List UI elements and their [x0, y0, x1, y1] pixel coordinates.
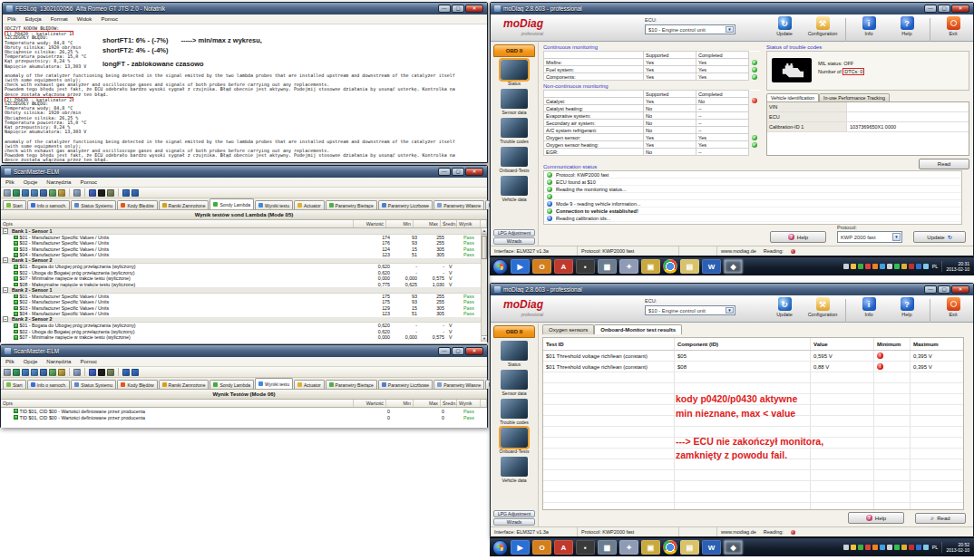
tray-icon-0[interactable] — [843, 545, 849, 550]
chevron-down-icon[interactable]: ▼ — [726, 26, 734, 33]
tab-wyniki-testu[interactable]: Wyniki testu — [255, 200, 293, 209]
flag-icon[interactable] — [89, 189, 96, 197]
tab-vehicle-identification[interactable]: Vehicle identification — [766, 93, 819, 101]
tab-parametry-liczbowe[interactable]: Parametry Liczbowe — [378, 200, 433, 209]
tab-parametry-bie-ce[interactable]: Parametry Bieżące — [326, 380, 377, 389]
tab-kody-b-d-w[interactable]: Kody Błędów — [117, 200, 157, 209]
maximize-button[interactable]: ▢ — [938, 5, 950, 13]
monitor-row[interactable]: A/C system refrigerant:No-- — [544, 127, 760, 134]
scanmaster-titlebar[interactable]: ScanMaster-ELM — ▢ ✕ — [1, 345, 487, 357]
column-header-test-id[interactable]: Test ID — [543, 338, 675, 350]
monitor-row[interactable]: Components:YesYes✓ — [544, 73, 760, 81]
tray-icon-4[interactable] — [872, 264, 878, 269]
button-wizads[interactable]: Wizads — [493, 518, 535, 526]
table-row[interactable]: $07 - Minimalne napięcie w trakcie testu… — [1, 334, 487, 341]
column-header-redn[interactable]: Średn. — [441, 220, 457, 227]
language-indicator[interactable]: PL — [930, 264, 940, 269]
help-icon[interactable] — [131, 189, 139, 197]
menu-item-plik[interactable]: Plik — [1, 359, 19, 364]
menu-item-edycja[interactable]: Edycja — [21, 16, 46, 22]
tray-icon-3[interactable] — [865, 264, 871, 269]
taskbar-icon-utility[interactable]: ✦ — [619, 259, 638, 274]
maximize-button[interactable]: ▢ — [452, 347, 464, 355]
taskbar-icon-gallery[interactable]: ▣ — [641, 540, 660, 555]
tab-start[interactable]: Start — [3, 380, 26, 389]
taskbar-icon-modiag-active[interactable]: ◆ — [724, 540, 743, 555]
column-header-component-id-[interactable]: Component (ID) — [675, 338, 811, 350]
column-header-min[interactable]: Min — [386, 220, 414, 227]
tab-oxygen-sensors[interactable]: Oxygen sensors — [542, 324, 594, 334]
collapse-icon[interactable]: − — [3, 257, 8, 263]
collapse-icon[interactable]: − — [3, 287, 8, 293]
tray-icon-11[interactable] — [923, 264, 929, 269]
tab-actuator[interactable]: Actuator — [294, 380, 325, 389]
tray-icon-7[interactable] — [894, 545, 900, 550]
menu-item-pomoc[interactable]: Pomoc — [96, 16, 122, 22]
language-indicator[interactable]: PL — [930, 545, 940, 550]
test-result-row[interactable]: $01 Threshold voltage rich/lean (constan… — [543, 362, 963, 372]
tray-icon-9[interactable] — [909, 545, 914, 550]
table-row[interactable]: $03 - Manufacturer Specific Values / Uni… — [1, 246, 487, 253]
tab-kody-b-d-w[interactable]: Kody Błędów — [117, 380, 157, 389]
info-icon[interactable] — [122, 369, 130, 376]
table-row[interactable]: $02 - Manufacturer Specific Values / Uni… — [1, 299, 487, 305]
help-button[interactable]: ?Help — [770, 231, 826, 243]
help-icon[interactable] — [131, 369, 139, 376]
tray-icon-0[interactable] — [843, 264, 849, 269]
table-row[interactable]: TID $01, CID $00 - Wartości definiowane … — [1, 408, 487, 414]
tab-status-systemu[interactable]: Status Systemu — [71, 380, 116, 389]
tab-sondy-lambda[interactable]: Sondy Lambda — [209, 380, 254, 389]
table-row[interactable]: $01 - Bogata do Ubogiej próg przełączani… — [1, 264, 487, 270]
tray-icon-4[interactable] — [872, 545, 878, 550]
read-button[interactable]: ⌕Read — [915, 513, 966, 524]
column-header-min[interactable]: Min — [386, 400, 414, 407]
group-row[interactable]: −Bank 2 - Sensor 1 — [1, 287, 487, 294]
doc-blue-icon[interactable] — [22, 369, 29, 376]
doc-grid-icon[interactable] — [31, 189, 38, 197]
id-row[interactable]: ECU — [767, 112, 969, 122]
taskbar-icon-chrome[interactable] — [663, 259, 677, 274]
column-header-maximum[interactable]: Maximum — [911, 338, 964, 350]
taskbar-icon-system-window[interactable]: ▦ — [598, 259, 617, 274]
info-button[interactable]: iInfo — [852, 297, 885, 317]
column-header-warto[interactable]: Wartość — [354, 400, 386, 407]
help-button[interactable]: ?Help — [848, 512, 904, 524]
update-button[interactable]: ↻Update — [768, 16, 801, 36]
chevron-down-icon[interactable]: ▼ — [892, 233, 901, 241]
taskbar-icon-access[interactable]: A — [554, 259, 573, 274]
sidebar-item-sensor-data[interactable]: Sensor data — [491, 370, 538, 396]
button-lpg-adjustment[interactable]: LPG Adjustment — [493, 229, 535, 237]
globe-icon[interactable] — [13, 189, 20, 197]
doc-green-icon[interactable] — [49, 189, 56, 197]
taskbar-icon-outlook[interactable]: O — [532, 259, 551, 274]
tray-icon-6[interactable] — [887, 545, 892, 550]
tray-icon-7[interactable] — [894, 264, 900, 269]
menu-item-plik[interactable]: Plik — [1, 179, 19, 185]
sidebar-item-status[interactable]: Status — [491, 341, 538, 367]
monitor-row[interactable]: Secondary air system:No-- — [544, 120, 760, 127]
close-button[interactable]: ✕ — [951, 5, 969, 13]
column-header-minimum[interactable]: Minimum — [874, 338, 911, 350]
modiag-titlebar[interactable]: moDiag 2.8.603 - professional — ▢ ✕ — [491, 3, 973, 14]
button-wizads[interactable]: Wizads — [493, 237, 535, 245]
doc-grid-icon[interactable] — [31, 369, 38, 376]
maximize-button[interactable]: ▢ — [452, 5, 464, 13]
doc-save-icon[interactable] — [40, 189, 47, 197]
taskbar-icon-system-window[interactable]: ▦ — [598, 540, 617, 555]
menu-item-opcje[interactable]: Opcje — [19, 179, 43, 185]
maximize-button[interactable]: ▢ — [452, 168, 464, 176]
column-header-wynik[interactable]: Wynik — [457, 220, 481, 227]
sidebar-item-vehicle-data[interactable]: Vehicle data — [491, 457, 538, 483]
scroll-thumb[interactable] — [482, 236, 487, 259]
menu-item-format[interactable]: Format — [46, 16, 73, 22]
scroll-up-icon[interactable]: ▲ — [482, 228, 487, 235]
menu-item-widok[interactable]: Widok — [73, 16, 97, 22]
flag-icon[interactable] — [89, 369, 96, 376]
taskbar-icon-modiag-active[interactable]: ◆ — [724, 259, 743, 274]
taskbar-icon-utility[interactable]: ✦ — [619, 540, 638, 555]
notepad-text-area[interactable]: ODCZYT KODÓW BŁĘDÓW:1) P0420 - katalizat… — [3, 24, 487, 162]
taskbar-icon-word[interactable]: W — [702, 540, 721, 555]
tray-icon-9[interactable] — [909, 264, 914, 269]
tab-parametry-w-asne[interactable]: Parametry Własne — [433, 200, 484, 209]
modiag-titlebar[interactable]: moDiag 2.8.603 - professional — ▢ ✕ — [491, 284, 973, 295]
